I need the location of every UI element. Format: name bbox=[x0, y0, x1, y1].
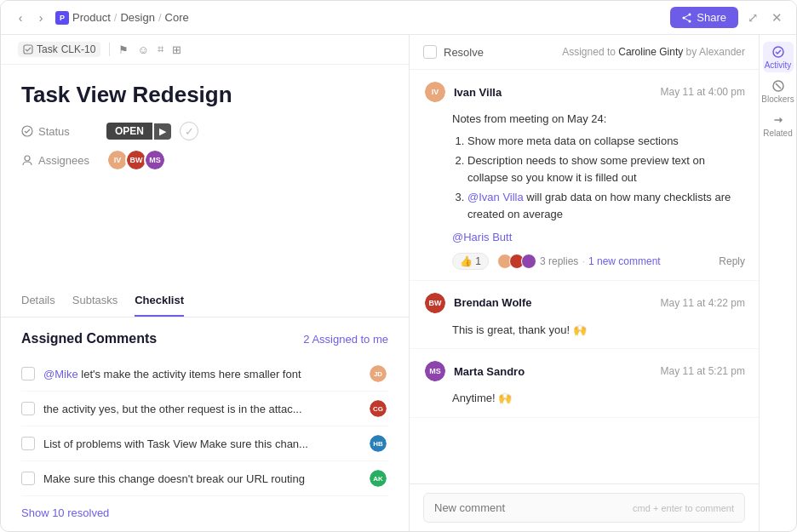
show-resolved-link[interactable]: Show 10 resolved bbox=[21, 496, 109, 529]
task-label: Task bbox=[37, 43, 58, 55]
checklist-item-2: the activity yes, but the other request … bbox=[21, 392, 388, 426]
tab-subtasks[interactable]: Subtasks bbox=[72, 285, 118, 317]
breadcrumb-core: Core bbox=[165, 11, 189, 24]
task-content: Task View Redesign Status OPEN ▶ ✓ bbox=[1, 65, 409, 285]
comment-meta-ivan: IV Ivan Villa May 11 at 4:00 pm bbox=[423, 80, 745, 104]
item-avatar-circle-1: JD bbox=[370, 365, 387, 382]
user-icon bbox=[21, 154, 33, 166]
toolbar-separator bbox=[109, 43, 110, 56]
svg-line-3 bbox=[684, 14, 690, 18]
mention-ivan-villa: @Ivan Villa bbox=[467, 191, 524, 203]
breadcrumb: P Product / Design / Core bbox=[55, 11, 189, 25]
item-avatar-4: AK bbox=[368, 468, 388, 489]
comment-body-text-brendan: This is great, thank you! 🙌 bbox=[452, 322, 745, 339]
item-avatar-1: JD bbox=[368, 363, 388, 384]
item-avatar-circle-3: HB bbox=[370, 435, 387, 452]
new-comment-badge[interactable]: 1 new comment bbox=[588, 254, 661, 269]
flag-icon[interactable]: ⚑ bbox=[118, 43, 129, 56]
avatar-brendan: BW bbox=[423, 291, 447, 315]
comment-name-brendan: Brendan Wolfe bbox=[454, 296, 532, 309]
replies-group: 3 replies · 1 new comment bbox=[497, 253, 661, 270]
sidebar-blockers[interactable]: Blockers bbox=[763, 76, 794, 106]
nav-forward-button[interactable]: › bbox=[32, 9, 50, 27]
section-title: Assigned Comments bbox=[21, 331, 157, 346]
comment-body-text-ivan: Notes from meeting on May 24: bbox=[452, 111, 745, 128]
comment-meta-brendan: BW Brendan Wolfe May 11 at 4:22 pm bbox=[423, 291, 745, 315]
resolve-group: Resolve bbox=[423, 45, 484, 59]
tabs: Details Subtasks Checklist bbox=[1, 285, 409, 317]
task-icon bbox=[23, 44, 33, 54]
replies-count: 3 replies bbox=[540, 254, 578, 269]
checkbox-1[interactable] bbox=[21, 367, 35, 380]
item-avatar-circle-4: AK bbox=[370, 470, 387, 487]
resolve-checkbox[interactable] bbox=[423, 45, 437, 59]
checkbox-2[interactable] bbox=[21, 402, 35, 415]
checkbox-3[interactable] bbox=[21, 437, 35, 450]
sidebar-related[interactable]: Related bbox=[763, 110, 794, 140]
window-expand-button[interactable]: ⤢ bbox=[743, 9, 762, 27]
checklist-text-4: Make sure this change doesn't break our … bbox=[43, 472, 363, 485]
breadcrumb-sep-1: / bbox=[114, 11, 118, 24]
attachment-icon[interactable]: ⊞ bbox=[172, 43, 181, 56]
svg-point-7 bbox=[25, 156, 30, 161]
checkbox-4[interactable] bbox=[21, 472, 35, 485]
checklist-item-1: @Mike let's make the activity items here… bbox=[21, 357, 388, 392]
comment-list-item-3: @Ivan Villa will grab data on how many c… bbox=[467, 189, 745, 222]
comment-name-ivan: Ivan Villa bbox=[454, 86, 502, 99]
assignees-avatars: IV BW MS bbox=[106, 149, 166, 171]
window-close-button[interactable]: ✕ bbox=[767, 9, 786, 27]
breadcrumb-product: Product bbox=[72, 11, 111, 24]
comment-body-brendan: This is great, thank you! 🙌 bbox=[423, 322, 745, 339]
avatar-ivan: IV bbox=[423, 80, 447, 104]
svg-point-6 bbox=[22, 126, 32, 136]
emoji-icon[interactable]: ☺ bbox=[137, 43, 148, 56]
task-toolbar: Task CLK-10 ⚑ ☺ ⌗ ⊞ bbox=[1, 35, 409, 65]
top-bar: ‹ › P Product / Design / Core Share ⤢ ✕ bbox=[1, 1, 796, 35]
reply-avatar-3 bbox=[521, 254, 536, 269]
svg-line-10 bbox=[776, 83, 781, 89]
status-icon bbox=[21, 125, 33, 137]
sidebar-activity[interactable]: Activity bbox=[763, 42, 794, 72]
comment-author-marta: MS Marta Sandro bbox=[423, 359, 525, 383]
comment-name-marta: Marta Sandro bbox=[454, 365, 525, 378]
comment-time-brendan: May 11 at 4:22 pm bbox=[661, 297, 745, 309]
right-panel: Resolve Assigned to Caroline Ginty by Al… bbox=[410, 35, 796, 531]
avatar-circle-3: MS bbox=[146, 151, 164, 169]
status-label: Status bbox=[21, 125, 106, 138]
checklist-text-2: the activity yes, but the other request … bbox=[43, 403, 363, 415]
reply-link-ivan[interactable]: Reply bbox=[719, 254, 745, 269]
tag-icon[interactable]: ⌗ bbox=[158, 43, 163, 56]
comment-marta: MS Marta Sandro May 11 at 5:21 pm Anytim… bbox=[410, 349, 759, 418]
assigned-me-link[interactable]: 2 Assigned to me bbox=[303, 333, 388, 346]
avatar-circle-brendan: BW bbox=[425, 293, 445, 313]
avatar-marta: MS bbox=[423, 359, 447, 383]
share-button[interactable]: Share bbox=[670, 7, 738, 28]
checklist-item-4: Make sure this change doesn't break our … bbox=[21, 461, 388, 496]
comment-author-brendan: BW Brendan Wolfe bbox=[423, 291, 532, 315]
comment-time-ivan: May 11 at 4:00 pm bbox=[661, 86, 745, 98]
status-check-button[interactable]: ✓ bbox=[180, 122, 198, 140]
checklist-section: Assigned Comments 2 Assigned to me @Mike… bbox=[1, 317, 409, 531]
blockers-icon bbox=[771, 79, 785, 93]
blockers-label: Blockers bbox=[761, 94, 794, 104]
tab-checklist[interactable]: Checklist bbox=[135, 285, 184, 317]
status-badge: OPEN bbox=[106, 123, 152, 140]
comment-input-wrapper: cmd + enter to comment bbox=[423, 493, 745, 523]
reply-avatars bbox=[497, 254, 536, 269]
comment-brendan: BW Brendan Wolfe May 11 at 4:22 pm This … bbox=[410, 281, 759, 350]
comment-ivan: IV Ivan Villa May 11 at 4:00 pm Notes fr… bbox=[410, 70, 759, 281]
comment-time-marta: May 11 at 5:21 pm bbox=[661, 365, 745, 377]
comment-hint: cmd + enter to comment bbox=[633, 503, 734, 513]
checklist-text-3: List of problems with Task View Make sur… bbox=[43, 438, 363, 450]
status-arrow-button[interactable]: ▶ bbox=[154, 123, 171, 140]
comment-input[interactable] bbox=[434, 501, 633, 514]
main-content: Task CLK-10 ⚑ ☺ ⌗ ⊞ Task View Redesign S… bbox=[1, 35, 796, 531]
tab-details[interactable]: Details bbox=[21, 285, 55, 317]
comment-body-text-marta: Anytime! 🙌 bbox=[452, 390, 745, 407]
nav-back-button[interactable]: ‹ bbox=[11, 9, 30, 27]
reaction-button-ivan[interactable]: 👍 1 bbox=[452, 253, 489, 270]
task-type-badge: Task CLK-10 bbox=[18, 42, 100, 57]
mention-haris[interactable]: @Haris Butt bbox=[452, 231, 512, 243]
breadcrumb-design: Design bbox=[120, 11, 154, 24]
avatar-circle-ivan: IV bbox=[425, 82, 445, 102]
